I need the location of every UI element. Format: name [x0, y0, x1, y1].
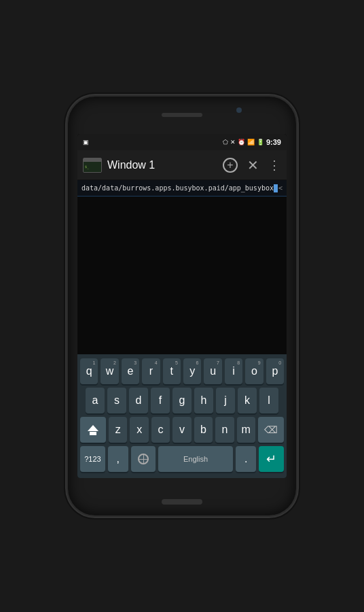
key-m[interactable]: m	[237, 417, 255, 443]
terminal-arrow: <	[278, 184, 283, 192]
key-s[interactable]: s	[107, 388, 126, 413]
key-b[interactable]: b	[194, 417, 213, 443]
window-icon: $_	[83, 158, 102, 173]
key-w[interactable]: 2w	[101, 358, 118, 384]
key-u[interactable]: 7u	[204, 358, 221, 384]
enter-icon: ↵	[266, 452, 276, 466]
speaker	[162, 113, 202, 117]
period-key[interactable]: .	[236, 446, 256, 472]
key-n[interactable]: n	[215, 417, 234, 443]
space-key[interactable]: English	[158, 446, 233, 472]
key-k[interactable]: k	[238, 388, 257, 413]
home-button[interactable]	[162, 499, 202, 505]
key-f[interactable]: f	[151, 388, 170, 413]
key-h[interactable]: h	[194, 388, 213, 413]
globe-key[interactable]	[131, 446, 156, 472]
front-camera	[236, 107, 242, 113]
window-title: Window 1	[107, 159, 223, 171]
keyboard-row-2: a s d f g h j k l	[80, 388, 284, 413]
screen-icon: ▣	[83, 139, 89, 146]
status-left-icons: ▣	[83, 139, 89, 146]
keyboard-row-1: 1q 2w 3e 4r 5t 6y 7u 8i 9o 0p	[80, 358, 284, 384]
key-r[interactable]: 4r	[142, 358, 160, 384]
key-a[interactable]: a	[86, 388, 105, 413]
terminal-cursor	[274, 184, 278, 192]
shift-arrow-icon	[88, 425, 98, 431]
comma-key[interactable]: ,	[108, 446, 128, 472]
delete-icon: ⌫	[264, 424, 278, 435]
phone-shell: ▣ ⬠ ✕ ⏰ 📶 🔋 9:39 $_ Window 1 + ✕	[67, 95, 297, 517]
alarm-icon: ⏰	[238, 139, 245, 146]
title-bar-actions: + ✕ ⋮	[223, 157, 281, 173]
wifi-icon: 📶	[247, 139, 255, 146]
key-q[interactable]: 1q	[80, 358, 98, 384]
key-i[interactable]: 8i	[225, 358, 242, 384]
key-z[interactable]: z	[109, 417, 127, 443]
keyboard-row-4: ?123 , English . ↵	[80, 446, 284, 472]
battery-icon: 🔋	[257, 139, 264, 146]
title-bar: $_ Window 1 + ✕ ⋮	[77, 150, 287, 180]
key-o[interactable]: 9o	[245, 358, 263, 384]
key-d[interactable]: d	[129, 388, 148, 413]
screen: ▣ ⬠ ✕ ⏰ 📶 🔋 9:39 $_ Window 1 + ✕	[77, 134, 287, 478]
key-c[interactable]: c	[151, 417, 170, 443]
key-t[interactable]: 5t	[163, 358, 181, 384]
key-y[interactable]: 6y	[183, 358, 201, 384]
signal-slash-icon: ✕	[230, 139, 236, 146]
enter-key[interactable]: ↵	[259, 446, 284, 472]
status-bar: ▣ ⬠ ✕ ⏰ 📶 🔋 9:39	[77, 134, 287, 150]
globe-icon	[138, 454, 149, 464]
terminal-path-bar: data/data/burrows.apps.busybox.paid/app_…	[77, 180, 287, 197]
add-window-button[interactable]: +	[223, 158, 238, 173]
status-time: 9:39	[266, 138, 281, 146]
key-j[interactable]: j	[216, 388, 235, 413]
more-options-button[interactable]: ⋮	[268, 158, 281, 173]
key-x[interactable]: x	[130, 417, 148, 443]
close-window-button[interactable]: ✕	[247, 157, 259, 173]
shift-button[interactable]	[80, 417, 106, 443]
terminal-path-text: data/data/burrows.apps.busybox.paid/app_…	[81, 184, 278, 192]
key-l[interactable]: l	[259, 388, 278, 413]
key-e[interactable]: 3e	[122, 358, 139, 384]
terminal-content[interactable]	[77, 197, 287, 354]
bluetooth-icon: ⬠	[223, 139, 228, 146]
symbol-key[interactable]: ?123	[80, 446, 105, 472]
key-g[interactable]: g	[172, 388, 192, 413]
key-p[interactable]: 0p	[266, 358, 284, 384]
key-v[interactable]: v	[172, 417, 191, 443]
keyboard: 1q 2w 3e 4r 5t 6y 7u 8i 9o 0p a s d f g …	[77, 354, 287, 478]
shift-base-icon	[90, 432, 96, 435]
status-right-icons: ⬠ ✕ ⏰ 📶 🔋 9:39	[223, 138, 281, 146]
keyboard-row-3: z x c v b n m ⌫	[80, 417, 284, 443]
space-label: English	[183, 455, 208, 463]
delete-button[interactable]: ⌫	[258, 417, 284, 443]
